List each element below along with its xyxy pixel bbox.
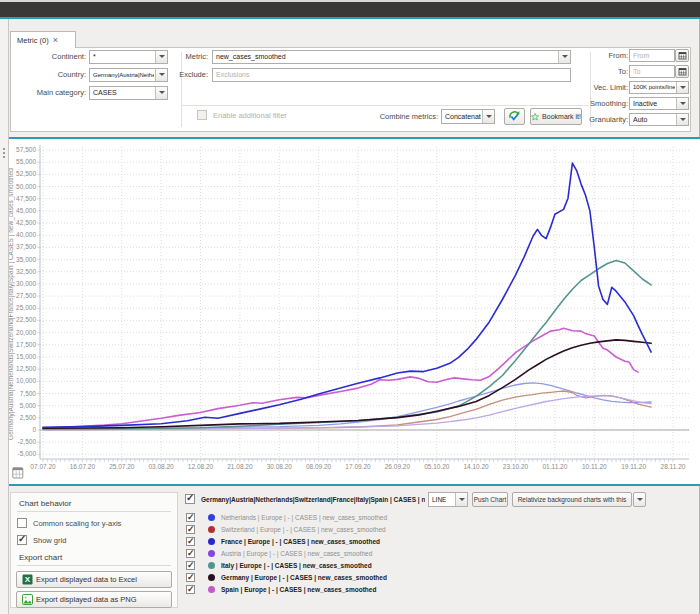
series-color-dot xyxy=(208,562,215,569)
main-category-select[interactable]: CASES xyxy=(89,86,168,100)
svg-text:32,500: 32,500 xyxy=(16,268,36,275)
series-color-dot xyxy=(208,538,215,545)
legend-checkbox[interactable] xyxy=(186,561,195,570)
metric-select[interactable]: new_cases_smoothed xyxy=(212,50,571,64)
svg-text:55,000: 55,000 xyxy=(16,158,36,165)
svg-text:03.08.20: 03.08.20 xyxy=(148,463,174,470)
svg-text:2,500: 2,500 xyxy=(20,414,37,421)
svg-text:25,000: 25,000 xyxy=(16,304,36,311)
window-titlebar xyxy=(0,2,700,17)
legend-checkbox[interactable] xyxy=(186,537,195,546)
tab-metric[interactable]: Metric (0) × xyxy=(10,31,76,48)
svg-text:22,500: 22,500 xyxy=(16,316,36,323)
main-category-label: Main category: xyxy=(16,86,86,99)
svg-text:12.08.20: 12.08.20 xyxy=(188,463,214,470)
metric-label: Metric: xyxy=(141,50,208,63)
combine-metrics-select[interactable]: Concatenate xyxy=(441,109,495,124)
granularity-label: Granularity: xyxy=(572,113,628,126)
bookmark-star-icon xyxy=(531,112,539,122)
svg-text:10,000: 10,000 xyxy=(16,377,36,384)
chevron-down-icon[interactable] xyxy=(676,82,688,93)
chevron-down-icon[interactable] xyxy=(482,110,494,123)
left-splitter[interactable] xyxy=(0,19,9,614)
svg-text:17.09.20: 17.09.20 xyxy=(345,463,371,470)
chevron-down-icon[interactable] xyxy=(676,114,688,125)
query-form-panel: Continent: * Country: Germany|Austria|Ne… xyxy=(10,47,691,132)
combine-metrics-label: Combine metrics: xyxy=(368,110,438,123)
smoothing-select[interactable]: Inactive xyxy=(629,97,689,110)
push-chart-button[interactable]: Push Chart xyxy=(472,492,508,507)
chevron-down-icon[interactable] xyxy=(155,87,167,99)
svg-text:28.11.20: 28.11.20 xyxy=(661,463,686,470)
svg-text:17,500: 17,500 xyxy=(16,341,36,348)
vec-limit-select[interactable]: 100K points/line xyxy=(629,81,689,94)
svg-text:57,500: 57,500 xyxy=(16,146,36,153)
from-label: From: xyxy=(572,49,628,62)
svg-text:45,000: 45,000 xyxy=(16,207,36,214)
legend-select-all-checkbox[interactable] xyxy=(185,494,195,504)
calendar-icon xyxy=(678,67,687,76)
svg-text:25.07.20: 25.07.20 xyxy=(109,463,135,470)
exclude-input[interactable]: Exclusions xyxy=(212,68,571,82)
svg-text:20,000: 20,000 xyxy=(16,329,36,336)
svg-text:30.08.20: 30.08.20 xyxy=(267,463,293,470)
from-calendar-button[interactable] xyxy=(675,49,689,62)
enable-additional-filter-label: Enable additional filter xyxy=(213,110,287,121)
chevron-down-icon[interactable] xyxy=(676,98,688,109)
vec-limit-label: Vec. Limit: xyxy=(572,81,628,94)
svg-text:40,000: 40,000 xyxy=(16,231,36,238)
legend-checkbox[interactable] xyxy=(186,549,195,558)
svg-text:01.11.20: 01.11.20 xyxy=(542,463,567,470)
apply-refresh-button[interactable] xyxy=(504,108,525,125)
legend-checkbox[interactable] xyxy=(186,573,195,582)
svg-text:30,000: 30,000 xyxy=(16,280,36,287)
svg-text:15,000: 15,000 xyxy=(16,353,36,360)
svg-text:42,500: 42,500 xyxy=(16,219,36,226)
svg-text:47,500: 47,500 xyxy=(16,195,36,202)
legend-checkbox[interactable] xyxy=(186,525,195,534)
svg-text:21.08.20: 21.08.20 xyxy=(227,463,253,470)
svg-text:27,500: 27,500 xyxy=(16,292,36,299)
legend-checkbox[interactable] xyxy=(186,585,195,594)
svg-text:08.09.20: 08.09.20 xyxy=(306,463,332,470)
series-color-dot xyxy=(208,586,215,593)
legend-title: Germany|Austria|Netherlands|Switzerland|… xyxy=(201,493,425,506)
to-input[interactable]: To xyxy=(629,65,675,78)
divider xyxy=(182,105,589,106)
relativize-dropdown-button[interactable] xyxy=(633,492,646,507)
series-color-dot xyxy=(208,550,215,557)
divider xyxy=(181,52,182,127)
from-input[interactable]: From xyxy=(629,49,675,62)
svg-text:-2,500: -2,500 xyxy=(18,438,37,445)
svg-text:05.10.20: 05.10.20 xyxy=(424,463,450,470)
chevron-down-icon[interactable] xyxy=(455,493,467,506)
exclude-label: Exclude: xyxy=(141,68,208,81)
relativize-button[interactable]: Relativize background charts with this xyxy=(512,492,632,507)
legend-checkbox[interactable] xyxy=(186,513,195,522)
to-label: To: xyxy=(572,65,628,78)
legend-panel: Germany|Austria|Netherlands|Switzerland|… xyxy=(0,486,700,614)
time-axis-icon[interactable] xyxy=(12,465,24,483)
chart-canvas[interactable]: -5,000-2,50002,5005,0007,50010,00012,500… xyxy=(0,139,700,484)
splitter-grip xyxy=(3,148,5,150)
country-label: Country: xyxy=(16,68,86,81)
chevron-down-icon[interactable] xyxy=(558,51,570,63)
granularity-select[interactable]: Auto xyxy=(629,113,689,126)
svg-text:50,000: 50,000 xyxy=(16,183,36,190)
chart-type-select[interactable]: LINE xyxy=(428,492,468,507)
svg-text:35,000: 35,000 xyxy=(16,256,36,263)
accent-line-top xyxy=(0,17,700,19)
svg-text:10.11.20: 10.11.20 xyxy=(582,463,607,470)
tab-close-icon[interactable]: × xyxy=(53,36,58,44)
series-color-dot xyxy=(208,526,215,533)
svg-text:0: 0 xyxy=(32,426,36,433)
to-calendar-button[interactable] xyxy=(675,65,689,78)
svg-text:16.07.20: 16.07.20 xyxy=(70,463,96,470)
chart-panel: -5,000-2,50002,5005,0007,50010,00012,500… xyxy=(0,137,700,486)
smoothing-label: Smoothing: xyxy=(572,97,628,110)
enable-additional-filter-checkbox[interactable] xyxy=(197,110,207,120)
series-color-dot xyxy=(208,514,215,521)
svg-text:19.11.20: 19.11.20 xyxy=(621,463,646,470)
refresh-apply-icon xyxy=(508,110,521,123)
chevron-down-icon xyxy=(637,498,643,501)
